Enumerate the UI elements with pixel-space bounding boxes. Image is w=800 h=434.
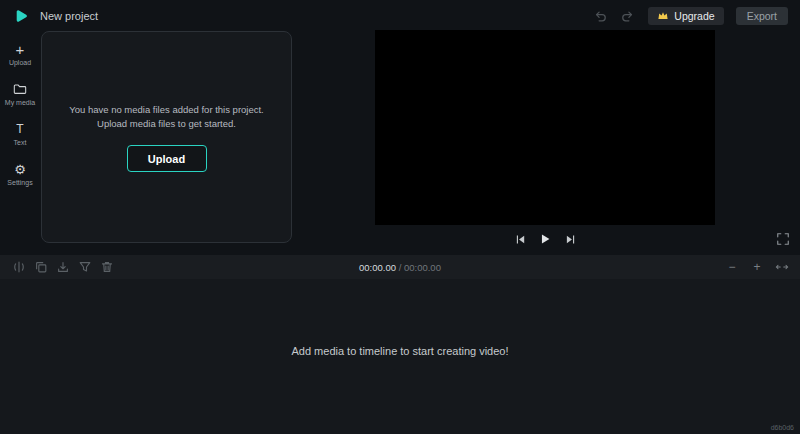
zoom-controls: − +: [724, 259, 790, 275]
sidebar-item-upload[interactable]: + Upload: [0, 34, 40, 74]
sidebar-item-label: Upload: [9, 59, 31, 66]
skip-to-end-icon[interactable]: [562, 231, 578, 247]
total-time: 00:00.00: [404, 262, 441, 273]
download-icon[interactable]: [54, 259, 71, 276]
zoom-in-icon[interactable]: +: [749, 259, 765, 275]
timeline-empty-message: Add media to timeline to start creating …: [0, 345, 800, 357]
undo-icon[interactable]: [592, 8, 608, 24]
sidebar-item-label: Settings: [7, 179, 32, 186]
export-button[interactable]: Export: [736, 7, 788, 25]
sidebar-item-label: Text: [14, 139, 27, 146]
skip-to-start-icon[interactable]: [512, 231, 528, 247]
playback-controls: [375, 230, 715, 248]
current-time: 00:00.00: [359, 262, 396, 273]
media-panel: You have no media files added for this p…: [41, 31, 292, 243]
timeline-tools: [10, 259, 115, 276]
folder-icon: [13, 82, 27, 96]
text-icon: T: [16, 122, 23, 136]
crown-icon: [657, 11, 669, 21]
media-empty-line1: You have no media files added for this p…: [42, 103, 291, 117]
zoom-fit-icon[interactable]: [774, 259, 790, 275]
media-empty-message: You have no media files added for this p…: [42, 103, 291, 131]
app-window: New project Upgrade Exp: [0, 0, 800, 434]
filter-icon[interactable]: [76, 259, 93, 276]
top-bar-right: Upgrade Export: [592, 7, 788, 25]
delete-icon[interactable]: [98, 259, 115, 276]
sidebar: + Upload My media T Text ⚙ Settings: [0, 34, 40, 254]
duplicate-icon[interactable]: [32, 259, 49, 276]
video-preview-canvas: [375, 30, 715, 225]
sidebar-item-text[interactable]: T Text: [0, 114, 40, 154]
upgrade-button[interactable]: Upgrade: [648, 7, 723, 25]
zoom-out-icon[interactable]: −: [724, 259, 740, 275]
sidebar-item-my-media[interactable]: My media: [0, 74, 40, 114]
project-title[interactable]: New project: [40, 10, 98, 22]
timeline-toolbar: 00:00.00 / 00:00.00 − +: [0, 255, 800, 279]
split-icon[interactable]: [10, 259, 27, 276]
sidebar-item-settings[interactable]: ⚙ Settings: [0, 154, 40, 194]
upgrade-label: Upgrade: [674, 10, 714, 22]
app-logo-icon[interactable]: [12, 7, 30, 25]
timecode-display: 00:00.00 / 00:00.00: [0, 262, 800, 273]
timeline-area[interactable]: Add media to timeline to start creating …: [0, 279, 800, 434]
sidebar-item-label: My media: [5, 99, 35, 106]
redo-icon[interactable]: [620, 8, 636, 24]
time-separator: /: [396, 262, 404, 273]
play-icon[interactable]: [537, 231, 553, 247]
build-id: d6b0d6: [771, 424, 794, 431]
top-bar-left: New project: [12, 7, 98, 25]
gear-icon: ⚙: [14, 162, 26, 176]
upload-button[interactable]: Upload: [127, 145, 207, 172]
plus-icon: +: [16, 42, 25, 56]
media-empty-line2: Upload media files to get started.: [42, 117, 291, 131]
top-bar: New project Upgrade Exp: [0, 0, 800, 32]
fullscreen-icon[interactable]: [776, 232, 790, 246]
